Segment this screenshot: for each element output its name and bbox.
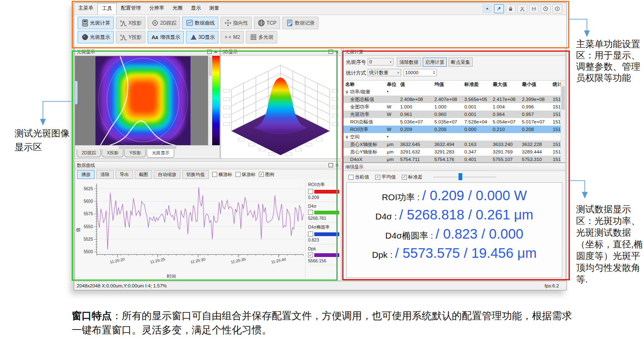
beam-tabs: 2D跟踪X投影Y投影光斑显示 [75, 149, 220, 159]
readout-ROI功率 :: ROI功率 : / 0.209 / 0.000 W [347, 186, 562, 205]
curve-checkbox-纵游标[interactable]: 纵游标 [236, 171, 256, 178]
beam-vertical-scrollbar[interactable] [208, 56, 212, 145]
menu-item-工具[interactable]: 工具 [98, 3, 117, 15]
table-group-空间[interactable]: ∨ 空间▾ [343, 133, 565, 141]
toolbar-button-多光斑[interactable]: 多光斑 [246, 31, 277, 43]
float-icon[interactable] [328, 163, 333, 167]
table-row-光斑功率[interactable]: 光斑功率W0.9610.9600.0010.9640.957151 [343, 111, 565, 118]
data-note: 测试数据显示区：光斑功率、光斑测试数据（坐标，直径,椭圆度等）光斑平顶均匀性发散… [576, 204, 644, 285]
toolbar-button-数据记录[interactable]: 数据记录 [282, 17, 318, 29]
curve-checkbox-横游标[interactable]: 横游标 [212, 171, 232, 178]
toolbar-button-光斑计算[interactable]: 光斑计算 [78, 17, 114, 29]
tab-Y投影[interactable]: Y投影 [124, 149, 146, 157]
curve-legend: ROI功率 0.209D4σ 5268.781D4σ椭圆率 0.823Dpk ✓… [305, 179, 341, 280]
toolbar-button-M2[interactable]: M2 [221, 31, 244, 43]
tab-X投影[interactable]: X投影 [102, 149, 123, 157]
enhance-checkbox-当前值[interactable]: 当前值 [348, 174, 369, 180]
beam-profile-overlay [95, 56, 190, 145]
3d-plot-area[interactable] [221, 56, 341, 159]
enhance-panel-titlebar: 增强显示 [343, 163, 565, 171]
close-icon[interactable]: × [336, 163, 338, 167]
menu-item-分辨率[interactable]: 分辨率 [145, 3, 168, 15]
curve-button-切换均值[interactable]: 切换均值 [182, 170, 209, 179]
curve-chart-area[interactable]: 值 55005525555055755600562511:25:2011:25:… [75, 179, 305, 280]
beam-panel-titlebar: 光斑显示 × [75, 48, 220, 56]
menu-item-测量[interactable]: 测量 [205, 3, 223, 15]
enable-calc-button[interactable]: 启用计算 [423, 58, 447, 67]
toolbar-button-Y投影[interactable]: YY投影 [116, 31, 145, 43]
3d-panel-title: 3D显示 [223, 48, 238, 55]
seq-dropdown[interactable]: 0∨ [368, 58, 393, 65]
display-3d-icon [190, 33, 197, 41]
stat-mode-dropdown[interactable]: 统计数量∨ [368, 69, 401, 76]
menu-item-显示[interactable]: 显示 [187, 3, 205, 15]
toolbar-button-X投影[interactable]: XX投影 [116, 17, 145, 29]
beam-horizontal-scrollbar[interactable] [75, 145, 220, 149]
dock-handle[interactable] [75, 81, 78, 104]
curve-button-截图[interactable]: 截图 [135, 170, 152, 179]
toolbar-button-数据曲线[interactable]: 数据曲线 [182, 17, 218, 29]
svg-text:11:25:25: 11:25:25 [150, 257, 165, 264]
curve-button-播放[interactable]: 播放 [77, 170, 95, 179]
enhance-checkbox-标准差[interactable]: ✓标准差 [402, 174, 423, 180]
svg-text:5600: 5600 [84, 199, 93, 204]
curve-button-清除[interactable]: 清除 [96, 170, 114, 179]
collapse-icon[interactable] [482, 4, 492, 13]
table-row-质心Y轴坐标[interactable]: 质心Y轴坐标μm3291.6323291.2830.3473291.769328… [343, 148, 565, 156]
enhance-slider-handle[interactable] [459, 173, 462, 180]
beam-image-area[interactable] [75, 56, 208, 145]
cut-icon[interactable] [517, 4, 527, 13]
float-icon[interactable] [328, 50, 333, 54]
y-projection-icon: Y [120, 33, 127, 41]
table-row-全图总幅值[interactable]: 全图总幅值2.408e+082.407e+083.565e+052.417e+0… [343, 96, 565, 103]
status-left: 2048x2048 X:0.00um,Y:0.00um I:4; 1.57% [74, 283, 167, 288]
seq-label: 光斑序号 [346, 59, 366, 66]
toolbar-button-2D跟踪[interactable]: 2D跟踪 [148, 17, 180, 29]
tab-光斑显示[interactable]: 光斑显示 [147, 149, 174, 158]
footer-text: ：所有的显示窗口可自由组合并保存配置文件，方便调用，也可使用系统默认的配置管理功… [72, 310, 572, 335]
float-icon[interactable] [207, 50, 212, 54]
enhance-slider[interactable] [433, 176, 496, 178]
menu-item-光圈[interactable]: 光圈 [168, 3, 187, 15]
pin-icon[interactable] [494, 4, 504, 13]
history-icon[interactable] [541, 4, 551, 13]
menu-items: 主菜单工具配置管理分辨率光圈显示测量 [74, 3, 223, 15]
lock-icon[interactable] [506, 4, 516, 13]
svg-text:A: A [155, 35, 158, 40]
table-row-ROI总幅值[interactable]: ROI总幅值5.036e+075.035e+077.528e+045.054e+… [343, 118, 565, 126]
stat-count-spinner[interactable]: 10000▲▼ [403, 69, 437, 76]
enhance-checkbox-平均值[interactable]: ✓平均值 [375, 174, 396, 180]
legend-checkbox[interactable]: ✓ [308, 252, 313, 257]
curve-chart: 55005525555055755600562511:25:2011:25:25… [78, 181, 306, 271]
table-row-D4σX[interactable]: D4σXμm5754.7115754.1760.4015755.1075753.… [343, 156, 565, 162]
clear-data-button[interactable]: 清除数据 [397, 58, 421, 67]
page: 主菜单工具配置管理分辨率光圈显示测量 光斑计算XX投影2D跟踪数据曲线指向性TC… [0, 0, 644, 340]
beam-image[interactable] [95, 56, 190, 145]
save-icon[interactable] [529, 4, 539, 13]
table-row-ROI功率[interactable]: ROI功率W0.2090.2090.0000.2100.208151 [343, 126, 565, 133]
breakpoint-capture-button[interactable]: 断点采集 [449, 58, 473, 67]
toolbar-button-增强显示[interactable]: AA增强显示 [148, 31, 184, 43]
toolbar-button-指向性[interactable]: 指向性 [221, 17, 252, 29]
legend-checkbox[interactable] [308, 210, 313, 215]
table-row-全图功率[interactable]: 全图功率W1.0001.0000.0011.0040.996151 [343, 103, 565, 111]
table-row-质心X轴坐标[interactable]: 质心X轴坐标μm3632.6453632.4940.1633633.240363… [343, 141, 565, 148]
toolbar-button-3D显示[interactable]: 3D显示 [186, 31, 218, 43]
ribbon-toolbar: 光斑计算XX投影2D跟踪数据曲线指向性TCP数据记录 光斑显示YY投影AA增强显… [74, 15, 566, 48]
legend-checkbox[interactable] [308, 232, 313, 237]
menu-item-主菜单[interactable]: 主菜单 [74, 3, 98, 15]
info-icon[interactable] [552, 4, 562, 13]
table-scrollbar[interactable] [561, 81, 565, 162]
close-icon[interactable]: × [214, 50, 217, 54]
close-icon[interactable]: × [336, 50, 338, 54]
svg-text:5550: 5550 [84, 224, 93, 229]
menu-item-配置管理[interactable]: 配置管理 [117, 3, 145, 15]
toolbar-button-TCP[interactable]: TCP [254, 17, 280, 29]
tab-2D跟踪[interactable]: 2D跟踪 [77, 149, 101, 157]
curve-button-导出[interactable]: 导出 [115, 170, 133, 179]
table-group-功率/能量[interactable]: ∨ 功率/能量▾ [343, 88, 565, 96]
curve-checkbox-图例[interactable]: ✓图例 [259, 171, 274, 178]
toolbar-button-光斑显示[interactable]: 光斑显示 [78, 31, 114, 43]
curve-button-自动缩放[interactable]: 自动缩放 [154, 170, 180, 179]
legend-checkbox[interactable] [308, 189, 313, 194]
